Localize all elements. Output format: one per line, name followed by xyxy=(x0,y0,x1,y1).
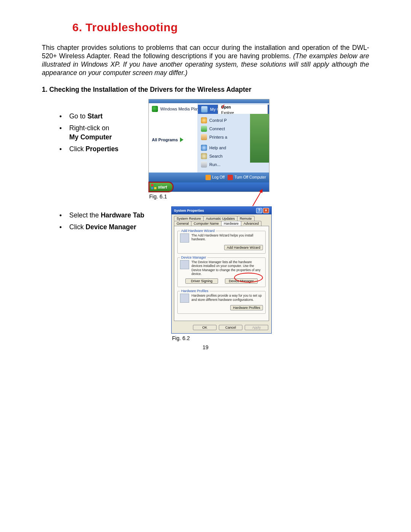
ok-button[interactable]: OK xyxy=(193,325,217,330)
subheading: 1. Checking the Installation of the Driv… xyxy=(42,86,369,94)
screenshot-system-properties: System Properties ? × System Restore Aut… xyxy=(171,206,272,334)
tab-general[interactable]: General xyxy=(174,221,191,226)
startmenu-item-mycomputer[interactable]: My Com Open Explore Search... Manage Map… xyxy=(198,105,269,114)
turnoff-icon xyxy=(228,175,233,180)
ctx-open[interactable]: Open xyxy=(218,105,268,110)
hardware-profiles-icon xyxy=(180,294,189,303)
ctx-explore[interactable]: Explore xyxy=(218,110,268,114)
tab-hardware[interactable]: Hardware xyxy=(221,221,241,226)
text: Click xyxy=(69,145,86,153)
group-legend: Hardware Profiles xyxy=(180,289,210,293)
start-button[interactable]: start xyxy=(149,182,173,192)
section-heading: 6. Troubleshooting xyxy=(72,21,369,34)
help-icon xyxy=(201,145,207,151)
label: Connect xyxy=(209,126,225,131)
context-menu: Open Explore Search... Manage Map Networ… xyxy=(218,105,268,114)
turnoff-button[interactable]: Turn Off Computer xyxy=(228,175,266,180)
label: Windows Media Player xyxy=(160,107,198,111)
label: Printers a xyxy=(209,135,227,139)
tab-advanced[interactable]: Advanced xyxy=(241,221,261,226)
run-icon xyxy=(201,161,207,168)
bullet-goto-start: Go to Start xyxy=(59,112,148,121)
tab-computer-name[interactable]: Computer Name xyxy=(191,221,221,226)
driver-signing-button[interactable]: Driver Signing xyxy=(185,278,218,284)
controlpanel-icon xyxy=(201,117,207,123)
desktop-background xyxy=(250,107,269,163)
bold: Device Manager xyxy=(86,223,136,231)
group-legend: Device Manager xyxy=(180,256,207,259)
help-button[interactable]: ? xyxy=(256,208,262,213)
logoff-icon xyxy=(206,175,211,180)
startmenu-all-programs[interactable]: All Programs xyxy=(149,136,198,144)
group-device-manager: Device Manager The Device Manager lists … xyxy=(177,257,266,288)
add-hardware-wizard-button[interactable]: Add Hardware Wizard xyxy=(224,245,263,250)
page-number: 19 xyxy=(42,344,369,350)
label: Control P xyxy=(209,118,227,123)
label: Search xyxy=(209,154,223,158)
mycomputer-icon xyxy=(201,106,208,113)
wmp-icon xyxy=(152,106,158,112)
group-legend: Add Hardware Wizard xyxy=(180,229,216,233)
group-add-hardware: Add Hardware Wizard The Add Hardware Wiz… xyxy=(177,231,266,254)
bold: Start xyxy=(88,112,103,120)
apply-button[interactable]: Apply xyxy=(245,325,268,330)
device-manager-button[interactable]: Device Manager xyxy=(225,278,258,284)
dialog-title: System Properties xyxy=(174,209,204,212)
bullet-click-properties: Click Properties xyxy=(59,145,148,154)
startmenu-item-wmp[interactable]: Windows Media Player xyxy=(149,105,198,113)
close-button[interactable]: × xyxy=(263,208,269,213)
label: Turn Off Computer xyxy=(234,175,266,179)
bullet-rightclick-mycomputer: Right-click on My Computer xyxy=(59,124,148,142)
label: Run... xyxy=(209,162,220,167)
search-icon xyxy=(201,153,207,159)
label: All Programs xyxy=(152,137,178,142)
connect-icon xyxy=(201,126,207,132)
screenshot-start-menu: Windows Media Player All Programs My Com xyxy=(148,99,269,192)
tab-system-restore[interactable]: System Restore xyxy=(174,216,204,221)
group-text: Hardware profiles provide a way for you … xyxy=(191,294,263,302)
group-text: The Add Hardware Wizard helps you instal… xyxy=(191,233,263,241)
bold: Properties xyxy=(86,145,119,153)
tab-remote[interactable]: Remote xyxy=(237,216,255,221)
figure-caption-2: Fig. 6.2 xyxy=(172,335,369,341)
bold: Hardware Tab xyxy=(101,211,144,219)
text: Go to xyxy=(69,112,88,120)
bullet-click-device-manager: Click Device Manager xyxy=(59,223,160,232)
text: Right-click on xyxy=(69,124,109,132)
arrow-right-icon xyxy=(180,137,183,142)
group-text: The Device Manager lists all the hardwar… xyxy=(191,260,263,276)
text: Click xyxy=(69,223,86,231)
bullet-select-hardware-tab: Select the Hardware Tab xyxy=(59,211,160,220)
bold: My Computer xyxy=(69,133,112,141)
group-hardware-profiles: Hardware Profiles Hardware profiles prov… xyxy=(177,291,266,314)
printers-icon xyxy=(201,134,207,140)
device-manager-icon xyxy=(180,260,189,269)
tab-automatic-updates[interactable]: Automatic Updates xyxy=(203,216,237,221)
hardware-wizard-icon xyxy=(180,233,189,243)
label: Log Off xyxy=(212,175,225,179)
text: Select the xyxy=(69,211,101,219)
logoff-button[interactable]: Log Off xyxy=(206,175,225,180)
label: Help and xyxy=(209,145,226,150)
intro-paragraph: This chapter provides solutions to probl… xyxy=(42,44,369,77)
hardware-profiles-button[interactable]: Hardware Profiles xyxy=(230,305,263,310)
cancel-button[interactable]: Cancel xyxy=(219,325,242,330)
